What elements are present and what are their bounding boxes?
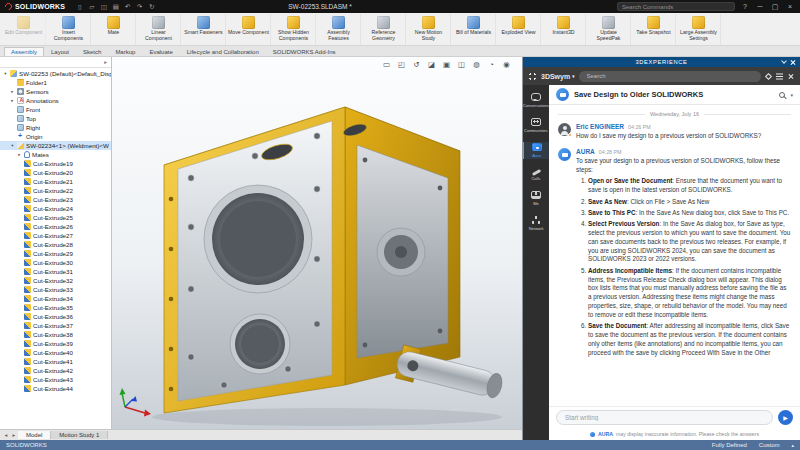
tree-item[interactable]: Cut-Extrude24 xyxy=(0,204,111,213)
ribbon-button[interactable]: Exploded View xyxy=(497,14,541,45)
tree-item[interactable]: Front xyxy=(0,105,111,114)
ribbon-button[interactable]: New Motion Study xyxy=(407,14,451,45)
menu-icon[interactable] xyxy=(776,76,783,77)
rail-item[interactable]: Me xyxy=(523,190,549,207)
tree-expander-icon[interactable]: ▾ xyxy=(10,143,15,148)
status-caret-icon[interactable]: ▴ xyxy=(791,442,794,448)
ribbon-tab[interactable]: Sketch xyxy=(76,47,108,56)
tree-item[interactable]: Cut-Extrude28 xyxy=(0,240,111,249)
tree-item[interactable]: Cut-Extrude33 xyxy=(0,285,111,294)
tree-item[interactable]: Cut-Extrude37 xyxy=(0,321,111,330)
maximize-icon[interactable]: ▢ xyxy=(770,3,780,11)
tree-item[interactable]: Cut-Extrude27 xyxy=(0,231,111,240)
edit-appearance-icon[interactable] xyxy=(486,59,497,70)
rail-item[interactable]: Communities xyxy=(523,117,549,134)
tree-item[interactable]: Cut-Extrude26 xyxy=(0,222,111,231)
ribbon-button[interactable]: Reference Geometry xyxy=(362,14,406,45)
search-commands-input[interactable] xyxy=(617,2,735,11)
tree-item[interactable]: Cut-Extrude44 xyxy=(0,384,111,393)
tree-item[interactable]: Cut-Extrude20 xyxy=(0,168,111,177)
tree-expander-icon[interactable]: ▸ xyxy=(17,152,22,157)
tree-item[interactable]: Cut-Extrude43 xyxy=(0,375,111,384)
tree-item[interactable]: Cut-Extrude34 xyxy=(0,294,111,303)
tree-item[interactable]: Cut-Extrude42 xyxy=(0,366,111,375)
tree-item[interactable]: Origin xyxy=(0,132,111,141)
tree-item[interactable]: Cut-Extrude41 xyxy=(0,357,111,366)
zoom-fit-icon[interactable] xyxy=(381,59,392,70)
ribbon-tab[interactable]: Assembly xyxy=(4,47,44,56)
ribbon-button[interactable]: Show Hidden Components xyxy=(272,14,316,45)
ribbon-button[interactable]: Smart Fasteners xyxy=(182,14,226,45)
zoom-area-icon[interactable] xyxy=(396,59,407,70)
chat-messages[interactable]: Wednesday, July 16 Eric ENGINEER 04:26 P… xyxy=(549,105,800,406)
tree-item[interactable]: Cut-Extrude25 xyxy=(0,213,111,222)
section-view-icon[interactable] xyxy=(426,59,437,70)
ribbon-button[interactable]: Update SpeedPak Subassemblies xyxy=(587,14,631,45)
panel-collapse-icon[interactable]: ▸ xyxy=(104,59,107,65)
ribbon-tab[interactable]: SOLIDWORKS Add-Ins xyxy=(266,47,343,56)
rail-item[interactable]: Aura xyxy=(523,142,549,159)
ribbon-tab[interactable]: Lifecycle and Collaboration xyxy=(180,47,266,56)
chat-message-input[interactable] xyxy=(556,410,773,425)
graphics-viewport[interactable] xyxy=(112,57,522,429)
chevron-down-icon[interactable] xyxy=(781,58,787,64)
close-icon[interactable]: × xyxy=(785,3,795,10)
ribbon-tab[interactable]: Markup xyxy=(108,47,142,56)
tree-item[interactable]: Cut-Extrude23 xyxy=(0,195,111,204)
titlebar-tool-icon[interactable]: ↷ xyxy=(135,3,144,11)
titlebar-tool-icon[interactable]: ▯ xyxy=(75,3,84,11)
ribbon-button[interactable]: Insert Components xyxy=(47,14,91,45)
ribbon-button[interactable]: Assembly Features xyxy=(317,14,361,45)
tree-item[interactable]: ▾ SW-02234<1> (Weldment)<W xyxy=(0,141,111,150)
tabs-scroll-left-icon[interactable]: ◂ xyxy=(2,432,10,438)
rail-item[interactable]: Conversations xyxy=(523,92,549,109)
ribbon-button[interactable]: Large Assembly Settings xyxy=(677,14,721,45)
swym-search-input[interactable] xyxy=(579,71,761,82)
ribbon-button[interactable]: Bill of Materials xyxy=(452,14,496,45)
titlebar-tool-icon[interactable]: ↶ xyxy=(123,3,132,11)
tree-item[interactable]: ▸ Mates xyxy=(0,150,111,159)
tree-item[interactable]: ▸ Sensors xyxy=(0,87,111,96)
titlebar-tool-icon[interactable]: ▱ xyxy=(87,3,96,11)
tree-item[interactable]: Cut-Extrude21 xyxy=(0,177,111,186)
tree-item[interactable]: Cut-Extrude30 xyxy=(0,258,111,267)
app-name[interactable]: 3DSwym ▾ xyxy=(541,73,574,80)
panel-close-icon[interactable] xyxy=(790,59,796,65)
tree-expander-icon[interactable]: ▸ xyxy=(10,89,15,94)
tree-item[interactable]: Cut-Extrude19 xyxy=(0,159,111,168)
aura-name[interactable]: AURA xyxy=(576,148,595,155)
search-icon[interactable] xyxy=(779,92,785,98)
display-style-icon[interactable] xyxy=(456,59,467,70)
ribbon-button[interactable]: Mate xyxy=(92,14,136,45)
send-button[interactable]: ▶ xyxy=(778,410,793,425)
tree-item[interactable]: Cut-Extrude31 xyxy=(0,267,111,276)
chevron-down-icon[interactable]: ▾ xyxy=(790,92,793,98)
ribbon-button[interactable]: Move Component xyxy=(227,14,271,45)
ribbon-button[interactable]: Linear Component Pattern xyxy=(137,14,181,45)
tree-item[interactable]: Cut-Extrude39 xyxy=(0,339,111,348)
tree-item[interactable]: Folder1 xyxy=(0,78,111,87)
ribbon-button[interactable]: Instant3D xyxy=(542,14,586,45)
cad-model-3d-view[interactable] xyxy=(112,57,522,429)
tree-item[interactable]: Cut-Extrude38 xyxy=(0,330,111,339)
app-switcher-icon[interactable] xyxy=(529,73,536,80)
tree-item[interactable]: Cut-Extrude22 xyxy=(0,186,111,195)
tree-item[interactable]: Cut-Extrude29 xyxy=(0,249,111,258)
tree-item[interactable]: Cut-Extrude36 xyxy=(0,312,111,321)
ribbon-button[interactable]: Take Snapshot xyxy=(632,14,676,45)
view-orientation-icon[interactable] xyxy=(441,59,452,70)
tree-item[interactable]: Right xyxy=(0,123,111,132)
titlebar-tool-icon[interactable]: ◫ xyxy=(99,3,108,11)
tree-expander-icon[interactable]: ▸ xyxy=(10,98,15,103)
ribbon-tab[interactable]: Evaluate xyxy=(142,47,179,56)
tree-item[interactable]: Cut-Extrude40 xyxy=(0,348,111,357)
tree-item[interactable]: Cut-Extrude35 xyxy=(0,303,111,312)
tree-item[interactable]: Cut-Extrude32 xyxy=(0,276,111,285)
model-tab[interactable]: Model xyxy=(18,431,51,439)
tree-item[interactable]: ▸ Annotations xyxy=(0,96,111,105)
tabs-scroll-right-icon[interactable]: ▸ xyxy=(10,432,18,438)
minimize-icon[interactable]: ─ xyxy=(755,3,765,10)
tree-item[interactable]: Top xyxy=(0,114,111,123)
tree-item[interactable]: ▾ SW-02253 (Default)<Default_Displ xyxy=(0,69,111,78)
hide-show-items-icon[interactable] xyxy=(471,59,482,70)
